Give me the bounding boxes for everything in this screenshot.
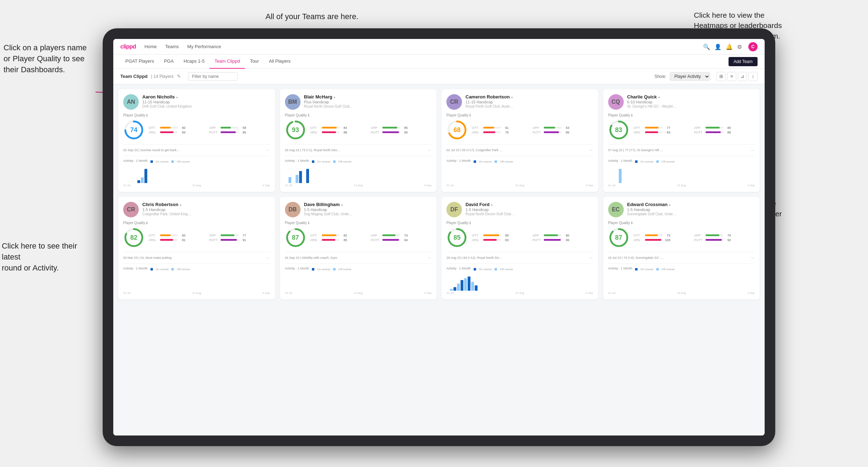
sort-button[interactable]: ↕ — [748, 72, 758, 81]
quality-section[interactable]: 87 OTT 73 APP 79 ARG — [608, 227, 755, 248]
player-card[interactable]: DB Dave Billingham ● 1-5 Handicap Sog Ma… — [280, 197, 437, 300]
on-course-legend-dot — [474, 160, 476, 163]
avatar-icon[interactable]: C — [748, 42, 758, 51]
player-name[interactable]: Blair McHarg ● — [304, 94, 432, 99]
quality-number[interactable]: 83 — [615, 126, 622, 134]
quality-circle[interactable]: 68 — [446, 119, 468, 141]
show-select[interactable]: Player Activity — [670, 72, 710, 81]
quality-section[interactable]: 93 OTT 84 APP 85 ARG — [285, 119, 432, 141]
player-name[interactable]: Dave Billingham ● — [304, 202, 432, 207]
quality-number[interactable]: 87 — [292, 234, 299, 241]
player-name[interactable]: Chris Robertson ● — [142, 202, 270, 207]
quality-circle[interactable]: 85 — [446, 227, 468, 248]
filter-input[interactable] — [188, 72, 238, 81]
stat-row-putt: PUTT 91 — [209, 238, 270, 242]
stat-bar-wrap-arg — [322, 131, 339, 133]
activity-legend: Activity · 1 Month On course Off course — [446, 159, 593, 164]
stat-bar-arg — [322, 239, 336, 241]
last-round[interactable]: 03 Mar 23 | 19, Must make putting → — [123, 252, 270, 261]
nav-my-performance[interactable]: My Performance — [187, 44, 221, 49]
last-round-arrow[interactable]: → — [427, 147, 432, 153]
chart-date-start: 31 Jul — [285, 291, 292, 295]
nav-home[interactable]: Home — [144, 44, 157, 49]
quality-section[interactable]: 83 OTT 77 APP 80 ARG — [608, 119, 755, 141]
stat-bar-putt — [544, 239, 561, 241]
grid-view-button[interactable]: ⊞ — [716, 72, 726, 81]
subnav-pga[interactable]: PGA — [159, 55, 178, 69]
player-name[interactable]: Charlie Quick ● — [627, 94, 755, 99]
quality-number[interactable]: 93 — [292, 126, 299, 134]
last-round[interactable]: 07 Aug 23 | 77 (+7), St George's Hill GC… — [608, 144, 755, 153]
quality-number[interactable]: 74 — [130, 126, 137, 134]
last-round-arrow[interactable]: → — [265, 255, 270, 261]
card-header: BM Blair McHarg ● Plus Handicap Royal No… — [285, 94, 432, 110]
bell-icon[interactable]: 🔔 — [726, 44, 732, 50]
subnav-all-players[interactable]: All Players — [264, 55, 295, 69]
last-round-arrow[interactable]: → — [265, 147, 270, 153]
quality-section[interactable]: 87 OTT 82 APP 74 ARG — [285, 227, 432, 248]
quality-section[interactable]: 82 OTT 60 APP 77 ARG — [123, 227, 270, 248]
quality-number[interactable]: 85 — [453, 234, 461, 241]
last-round[interactable]: 26 Aug 23 | 84 (+12), Royal North Devon … — [446, 252, 593, 261]
last-round[interactable]: 02 Sep 23 | Sunrise round to get back in… — [123, 144, 270, 153]
last-round-text: 07 Aug 23 | 77 (+7), St George's Hill GC… — [608, 148, 665, 152]
edit-icon[interactable]: ✎ — [177, 74, 181, 79]
quality-section[interactable]: 85 OTT 89 APP 80 ARG — [446, 227, 593, 248]
quality-circle[interactable]: 93 — [285, 119, 306, 141]
subnav-pgat[interactable]: PGAT Players — [120, 55, 159, 69]
chart-area — [123, 165, 270, 183]
quality-number[interactable]: 68 — [453, 126, 461, 134]
quality-circle[interactable]: 74 — [123, 119, 144, 141]
search-icon[interactable]: 🔍 — [703, 44, 709, 50]
quality-section[interactable]: 68 OTT 61 APP 63 ARG — [446, 119, 593, 141]
nav-teams[interactable]: Teams — [165, 44, 179, 49]
quality-number[interactable]: 87 — [615, 234, 622, 241]
last-round-arrow[interactable]: → — [750, 255, 755, 261]
last-round-arrow[interactable]: → — [750, 147, 755, 153]
quality-circle[interactable]: 87 — [285, 227, 306, 248]
settings-icon[interactable]: ⚙ — [737, 44, 743, 50]
chart-date-end: 4 Sep — [263, 291, 270, 295]
player-card[interactable]: CR Chris Robertson ● 1-5 Handicap Craigm… — [118, 197, 275, 300]
player-name[interactable]: David Ford ● — [466, 202, 593, 207]
stat-value-ott: 73 — [664, 234, 670, 237]
stat-row-ott: OTT 73 — [634, 234, 694, 237]
player-card[interactable]: BM Blair McHarg ● Plus Handicap Royal No… — [280, 89, 437, 192]
player-card[interactable]: CQ Charlie Quick ● 6-10 Handicap St. Geo… — [603, 89, 760, 192]
player-card[interactable]: EC Edward Crossman ● 1-5 Handicap Sunnin… — [603, 197, 760, 300]
player-name[interactable]: Cameron Robertson ● — [466, 94, 593, 99]
last-round[interactable]: 02 Jul 23 | 59 (+17), Craigmillar Park G… — [446, 144, 593, 153]
annotation-bottom-left: Click here to see their latestround or A… — [2, 241, 94, 273]
quality-circle[interactable]: 82 — [123, 227, 144, 248]
quality-circle[interactable]: 87 — [608, 227, 629, 248]
player-handicap: 1-5 Handicap — [142, 207, 270, 212]
add-team-button[interactable]: Add Team — [729, 57, 758, 66]
last-round[interactable]: 18 Jul 23 | 74 (+4), Sunningdale GC - Ol… — [608, 252, 755, 261]
quality-section[interactable]: 74 OTT 60 APP 58 ARG — [123, 119, 270, 141]
on-course-legend-text: On course — [479, 160, 492, 163]
stat-value-arg: 81 — [179, 238, 185, 242]
player-card[interactable]: CR Cameron Robertson ● 11-15 Handicap Ro… — [441, 89, 598, 192]
stat-row-putt: PUTT 85 — [532, 131, 593, 134]
player-name[interactable]: Edward Crossman ● — [627, 202, 755, 207]
list-view-button[interactable]: ≡ — [727, 72, 736, 81]
chart-date-end: 4 Sep — [263, 184, 270, 187]
player-info: Edward Crossman ● 1-5 Handicap Sunningda… — [627, 202, 755, 216]
subnav-tour[interactable]: Tour — [245, 55, 264, 69]
filter-button[interactable]: ⊿ — [738, 72, 747, 81]
last-round[interactable]: 04 Sep 23 | Mobility with coach, Gym → — [285, 252, 432, 261]
subnav-hcaps[interactable]: Hcaps 1-5 — [179, 55, 210, 69]
player-card[interactable]: AN Aaron Nicholls ● 11-15 Handicap Drift… — [118, 89, 275, 192]
last-round-arrow[interactable]: → — [588, 147, 593, 153]
last-round-arrow[interactable]: → — [427, 255, 432, 261]
last-round[interactable]: 26 Aug 23 | 73 (+1), Royal North Devon G… — [285, 144, 432, 153]
user-icon[interactable]: 👤 — [714, 44, 721, 50]
player-card[interactable]: DF David Ford ● 1-5 Handicap Royal North… — [441, 197, 598, 300]
player-name[interactable]: Aaron Nicholls ● — [142, 94, 270, 99]
last-round-arrow[interactable]: → — [588, 255, 593, 261]
subnav-team-clippd[interactable]: Team Clippd — [210, 55, 245, 69]
quality-number[interactable]: 82 — [130, 234, 137, 241]
quality-circle[interactable]: 83 — [608, 119, 629, 141]
chart-date-mid: 21 Aug — [354, 184, 363, 187]
stats-grid: OTT 60 APP 77 ARG 81 PU — [149, 234, 270, 242]
